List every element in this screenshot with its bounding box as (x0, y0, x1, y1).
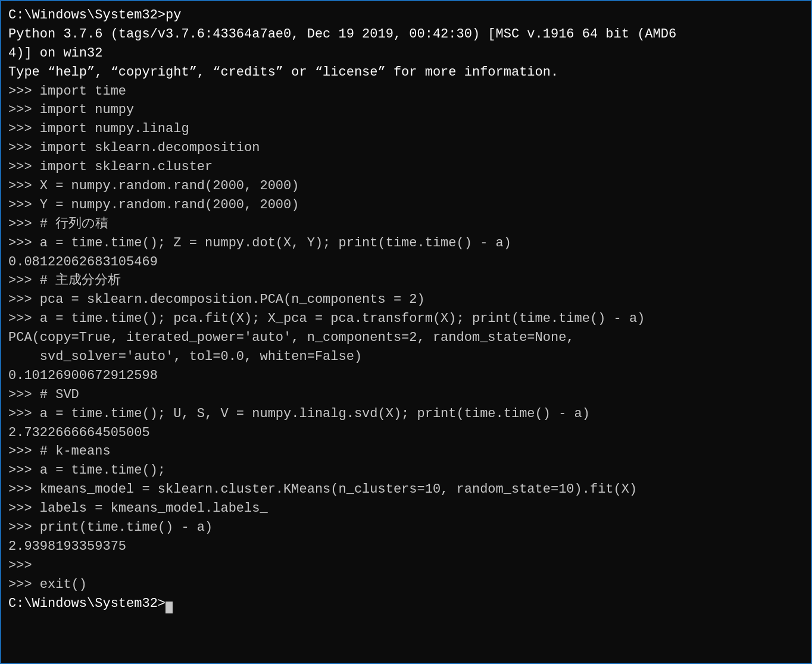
terminal-line: 0.08122062683105469 (8, 253, 804, 272)
terminal-line: >>> a = time.time(); U, S, V = numpy.lin… (8, 405, 804, 424)
terminal-line: >>> # 行列の積 (8, 215, 804, 234)
terminal-line: >>> kmeans_model = sklearn.cluster.KMean… (8, 480, 804, 499)
terminal-line: >>> a = time.time(); (8, 461, 804, 480)
terminal-line: 2.7322666664505005 (8, 424, 804, 443)
terminal-line: >>> a = time.time(); Z = numpy.dot(X, Y)… (8, 234, 804, 253)
terminal-line: >>> # SVD (8, 386, 804, 405)
terminal-line: >>> labels = kmeans_model.labels_ (8, 499, 804, 518)
terminal-line: >>> import sklearn.decomposition (8, 139, 804, 158)
terminal-line: svd_solver='auto', tol=0.0, whiten=False… (8, 347, 804, 367)
terminal-line: >>> pca = sklearn.decomposition.PCA(n_co… (8, 290, 804, 309)
terminal-line: >>> a = time.time(); pca.fit(X); X_pca =… (8, 309, 804, 328)
terminal-line: PCA(copy=True, iterated_power='auto', n_… (8, 328, 804, 347)
terminal-line: >>> # k-means (8, 442, 804, 461)
terminal-line: 2.9398193359375 (8, 537, 804, 556)
terminal-line: >>> import sklearn.cluster (8, 158, 804, 177)
terminal-line: 0.10126900672912598 (8, 367, 804, 386)
terminal-line: >>> Y = numpy.random.rand(2000, 2000) (8, 196, 804, 215)
terminal-line: >>> import time (8, 82, 804, 101)
terminal-line: >>> # 主成分分析 (8, 271, 804, 290)
terminal-line: >>> import numpy.linalg (8, 120, 804, 139)
terminal-window: C:\Windows\System32>pyPython 3.7.6 (tags… (0, 0, 812, 664)
terminal-line: 4)] on win32 (8, 44, 804, 63)
terminal-line: >>> X = numpy.random.rand(2000, 2000) (8, 177, 804, 196)
terminal-cursor (165, 602, 173, 613)
terminal-content: C:\Windows\System32>pyPython 3.7.6 (tags… (8, 6, 804, 658)
terminal-line: >>> exit() (8, 575, 804, 594)
terminal-line: Type “help”, “copyright”, “credits” or “… (8, 63, 804, 82)
terminal-line: >>> import numpy (8, 101, 804, 120)
terminal-line: >>> print(time.time() - a) (8, 518, 804, 537)
terminal-line: Python 3.7.6 (tags/v3.7.6:43364a7ae0, De… (8, 25, 804, 44)
terminal-line: C:\Windows\System32> (8, 594, 804, 613)
terminal-line: C:\Windows\System32>py (8, 6, 804, 25)
terminal-line: >>> (8, 556, 804, 575)
